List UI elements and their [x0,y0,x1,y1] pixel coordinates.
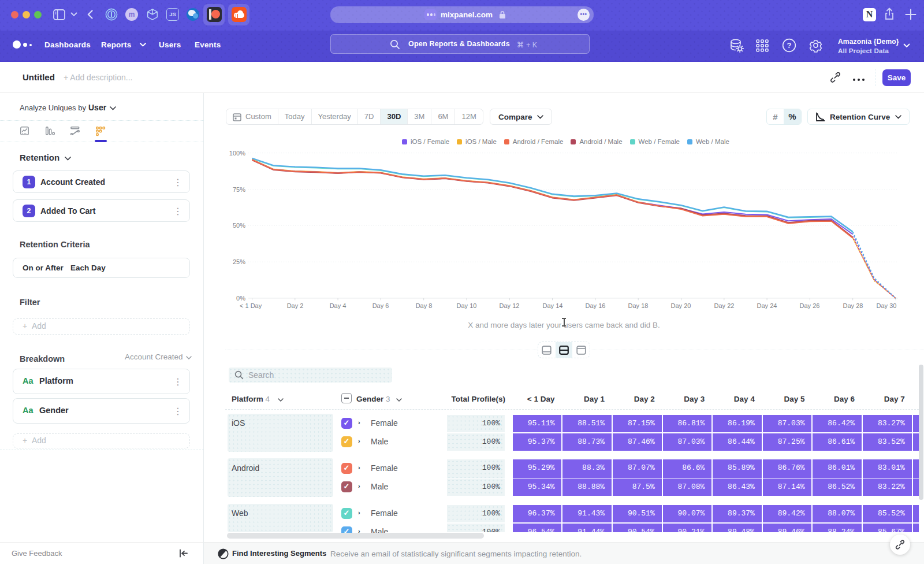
svg-text:?: ? [787,41,792,50]
